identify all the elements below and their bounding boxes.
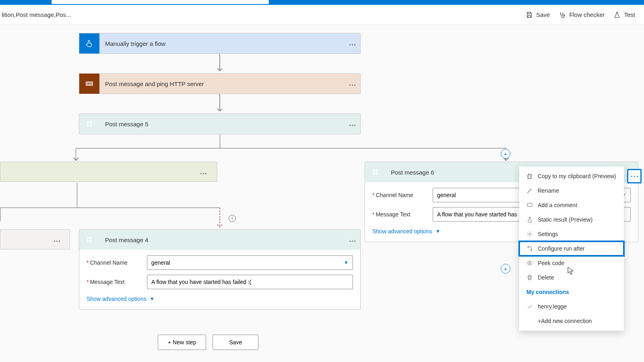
post-message-5-card[interactable]: Post message 5: [79, 113, 361, 134]
scope-more[interactable]: [344, 80, 360, 87]
save-icon: [526, 11, 533, 19]
pm4-title: Post message 4: [99, 237, 344, 243]
top-app-bar: [0, 0, 644, 5]
save-label: Save: [536, 11, 550, 18]
clipboard-icon: [526, 173, 533, 179]
footer-buttons: + New step Save: [158, 335, 258, 350]
show-advanced-link[interactable]: Show advanced options▼: [87, 294, 353, 304]
scope-card[interactable]: Post message and ping HTTP server: [79, 73, 361, 94]
connector-arrow: [216, 94, 224, 113]
test-button[interactable]: Test: [613, 11, 635, 19]
hash-icon: [365, 162, 385, 182]
save-button-bottom[interactable]: Save: [213, 335, 258, 350]
connector-arrow: [216, 54, 224, 73]
menu-static-result[interactable]: Static result (Preview): [519, 212, 624, 227]
menu-connection-item[interactable]: henry.legge: [519, 299, 624, 314]
eye-icon: [526, 260, 533, 266]
gear-icon: [526, 231, 533, 237]
menu-copy[interactable]: Copy to my clipboard (Preview): [519, 169, 624, 183]
new-step-button[interactable]: + New step: [158, 335, 206, 350]
test-label: Test: [624, 11, 635, 18]
flask-icon: [526, 216, 533, 223]
menu-settings[interactable]: Settings: [519, 227, 624, 241]
svg-point-7: [531, 250, 532, 251]
menu-add-connection[interactable]: +Add new connection: [519, 314, 624, 328]
flask-icon: [613, 11, 621, 19]
svg-point-6: [528, 247, 529, 248]
branch-line: [76, 148, 506, 148]
left-sub-more[interactable]: [49, 236, 65, 243]
left-sub-card[interactable]: [0, 229, 70, 249]
trash-icon: [526, 274, 533, 281]
context-menu: Copy to my clipboard (Preview) Rename Ad…: [519, 167, 624, 331]
add-branch-button[interactable]: +: [501, 149, 510, 158]
channel-name-label-6: *Channel Name: [372, 192, 433, 198]
pm5-title: Post message 5: [99, 121, 344, 128]
pm5-more[interactable]: [344, 120, 360, 128]
trigger-more[interactable]: [344, 40, 360, 47]
breadcrumb: lition,Post message,Pos...: [2, 11, 71, 18]
message-text-input[interactable]: A flow that you have started has failed …: [147, 275, 353, 289]
scope-title: Post message and ping HTTP server: [99, 80, 344, 87]
trigger-title: Manually trigger a flow: [99, 40, 344, 47]
hash-icon: [79, 230, 99, 250]
message-text-label: *Message Text: [87, 279, 147, 285]
post-message-4-card: Post message 4 *Channel Name general▼ *M…: [79, 229, 361, 310]
toolbar-actions: Save Flow checker Test: [526, 11, 635, 19]
comment-icon: [526, 202, 533, 208]
menu-rename[interactable]: Rename: [519, 183, 624, 198]
run-after-icon: [526, 245, 533, 252]
hash-icon: [79, 114, 99, 134]
branch-line: [0, 208, 220, 208]
flow-canvas: Manually trigger a flow Post message and…: [0, 25, 644, 362]
add-step-button[interactable]: +: [501, 264, 510, 274]
save-button[interactable]: Save: [526, 11, 550, 19]
pencil-icon: [526, 187, 533, 194]
menu-configure-run-after[interactable]: Configure run after: [519, 241, 624, 256]
svg-point-5: [529, 233, 530, 235]
menu-comment[interactable]: Add a comment: [519, 198, 624, 212]
left-branch-card[interactable]: [0, 162, 217, 182]
failed-connector: [217, 208, 223, 230]
scope-icon: [79, 74, 99, 94]
sub-header: lition,Post message,Pos... Save Flow che…: [0, 5, 644, 25]
connector-line: [77, 183, 77, 208]
svg-rect-1: [87, 83, 92, 84]
flow-checker-label: Flow checker: [569, 11, 605, 18]
left-branch-more[interactable]: [195, 169, 211, 176]
cursor-icon: [567, 266, 575, 275]
search-bar-placeholder: [52, 0, 269, 4]
stethoscope-icon: [559, 11, 566, 19]
check-icon: [526, 303, 533, 310]
menu-connections-header: My connections: [519, 285, 624, 299]
svg-rect-3: [528, 175, 531, 179]
touch-icon: [79, 33, 99, 53]
channel-name-select[interactable]: general▼: [147, 255, 353, 270]
pm4-more[interactable]: [344, 236, 360, 243]
info-icon[interactable]: i: [229, 215, 236, 222]
message-text-label-6: *Message Text: [372, 211, 433, 218]
trigger-card[interactable]: Manually trigger a flow: [79, 33, 361, 54]
channel-name-label: *Channel Name: [87, 259, 147, 266]
connector-line: [220, 134, 220, 148]
connector-line: [0, 208, 0, 221]
svg-point-8: [529, 262, 530, 264]
pm6-more-highlighted[interactable]: [627, 169, 642, 183]
flow-checker-button[interactable]: Flow checker: [559, 11, 605, 19]
